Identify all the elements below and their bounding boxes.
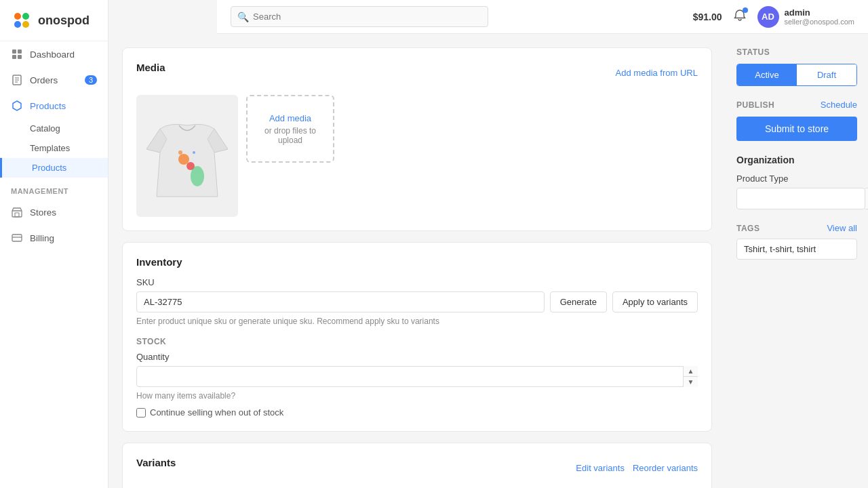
product-type-dropdown-button[interactable]: ⇅ xyxy=(865,188,868,209)
add-media-url-link[interactable]: Add media from URL xyxy=(616,68,698,78)
sidebar-sub-catalog[interactable]: Catalog xyxy=(0,119,108,138)
user-avatar-wrap[interactable]: AD admin seller@onospod.com xyxy=(757,6,855,28)
tags-title: TAGS xyxy=(736,224,760,233)
management-label: MANAGEMENT xyxy=(0,178,108,199)
status-title: STATUS xyxy=(736,47,857,57)
right-panel: STATUS Active Draft PUBLISH Schedule Sub… xyxy=(726,34,868,488)
sidebar-sub-products[interactable]: Products xyxy=(0,158,108,178)
sidebar-item-label: Billing xyxy=(30,233,54,243)
sidebar-sub-label: Templates xyxy=(30,143,70,153)
sku-label: SKU xyxy=(136,277,698,287)
media-card: Media Add media from URL xyxy=(122,47,712,231)
avatar: AD xyxy=(757,6,779,28)
sidebar-item-dashboard[interactable]: Dashboard xyxy=(0,41,108,67)
sidebar-sub-templates[interactable]: Templates xyxy=(0,138,108,158)
logo-area: onospod xyxy=(0,0,108,41)
products-icon xyxy=(11,100,23,112)
notification-icon[interactable] xyxy=(733,9,747,24)
svg-point-2 xyxy=(14,21,21,28)
search-wrap: 🔍 xyxy=(231,6,488,27)
billing-icon xyxy=(11,232,23,244)
submit-to-store-button[interactable]: Submit to store xyxy=(736,117,857,141)
top-right-area: $91.00 AD admin seller@onospod.com xyxy=(693,6,854,28)
tags-input[interactable] xyxy=(736,239,857,260)
quantity-increment[interactable]: ▲ xyxy=(684,366,698,377)
media-upload-text: Add media xyxy=(269,113,311,123)
organization-section: Organization Product Type ⇅ xyxy=(736,155,857,209)
svg-rect-5 xyxy=(18,49,22,54)
orders-icon xyxy=(11,74,23,86)
media-title: Media xyxy=(136,62,165,73)
publish-label: PUBLISH xyxy=(736,100,774,110)
tags-header: TAGS View all xyxy=(736,223,857,233)
apply-variants-button[interactable]: Apply to variants xyxy=(612,291,698,312)
media-thumbnail[interactable] xyxy=(136,95,238,217)
view-all-link[interactable]: View all xyxy=(827,223,857,233)
media-area: Add media or drop files toupload xyxy=(136,95,698,217)
search-input[interactable] xyxy=(231,6,488,27)
sku-hint: Enter product unique sku or generate uni… xyxy=(136,317,698,326)
variants-title: Variants xyxy=(136,457,176,468)
organization-title: Organization xyxy=(736,155,857,165)
product-type-label: Product Type xyxy=(736,174,857,184)
svg-rect-7 xyxy=(18,55,22,59)
svg-point-18 xyxy=(191,166,204,186)
logo-text: onospod xyxy=(38,14,90,28)
schedule-link[interactable]: Schedule xyxy=(821,100,857,110)
center-panel: Media Add media from URL xyxy=(108,34,726,488)
quantity-input[interactable] xyxy=(136,366,698,387)
publish-header: PUBLISH Schedule xyxy=(736,100,857,110)
edit-variants-link[interactable]: Edit variants xyxy=(576,463,625,473)
svg-point-3 xyxy=(22,21,29,28)
quantity-decrement[interactable]: ▼ xyxy=(684,377,698,387)
quantity-input-wrap: ▲ ▼ xyxy=(136,366,698,387)
svg-point-0 xyxy=(14,13,21,20)
media-upload-area[interactable]: Add media or drop files toupload xyxy=(246,95,334,163)
quantity-spinners: ▲ ▼ xyxy=(683,366,698,387)
stock-label: STOCK xyxy=(136,337,698,346)
status-section: STATUS Active Draft xyxy=(736,47,857,86)
dashboard-icon xyxy=(11,48,23,60)
sku-input[interactable] xyxy=(136,291,545,312)
content-wrapper: Media Add media from URL xyxy=(108,34,868,488)
svg-point-19 xyxy=(178,150,182,155)
sidebar-item-label: Stores xyxy=(30,207,56,218)
svg-rect-13 xyxy=(15,213,19,217)
sidebar-item-label: Dashboard xyxy=(30,49,75,60)
status-draft-button[interactable]: Draft xyxy=(797,64,856,85)
top-bar: 🔍 $91.00 AD admin seller@onospod.com xyxy=(217,0,868,34)
inventory-card: Inventory SKU Generate Apply to variants… xyxy=(122,242,712,432)
quantity-hint: How many items available? xyxy=(136,391,698,401)
variants-card: Variants Edit variants Reorder variants … xyxy=(122,443,712,488)
status-active-button[interactable]: Active xyxy=(737,64,797,85)
reorder-variants-link[interactable]: Reorder variants xyxy=(633,463,698,473)
sidebar-item-label: Orders xyxy=(30,75,58,85)
publish-section: PUBLISH Schedule Submit to store xyxy=(736,100,857,141)
svg-rect-4 xyxy=(12,49,16,54)
product-type-input[interactable] xyxy=(736,188,865,209)
continue-selling-row: Continue selling when out of stock xyxy=(136,407,698,418)
status-buttons: Active Draft xyxy=(736,64,857,86)
user-info: admin seller@onospod.com xyxy=(785,7,855,26)
sidebar-item-products[interactable]: Products xyxy=(0,93,108,119)
generate-button[interactable]: Generate xyxy=(550,291,607,312)
sidebar-item-label: Products xyxy=(30,101,66,111)
sidebar-sub-label: Catalog xyxy=(30,123,60,134)
svg-point-1 xyxy=(22,13,29,20)
variants-header: Variants Edit variants Reorder variants xyxy=(136,457,698,479)
svg-rect-14 xyxy=(12,235,22,241)
svg-point-16 xyxy=(178,154,189,165)
stores-icon xyxy=(11,206,23,218)
svg-point-20 xyxy=(193,151,195,154)
balance-display: $91.00 xyxy=(693,12,722,22)
quantity-label: Quantity xyxy=(136,352,698,362)
continue-selling-label: Continue selling when out of stock xyxy=(150,407,283,418)
svg-rect-6 xyxy=(12,55,16,59)
sidebar-item-billing[interactable]: Billing xyxy=(0,225,108,251)
svg-rect-12 xyxy=(12,211,22,217)
sidebar-item-orders[interactable]: Orders 3 xyxy=(0,67,108,93)
sidebar-item-stores[interactable]: Stores xyxy=(0,199,108,225)
logo-icon xyxy=(11,9,33,31)
notification-dot xyxy=(743,7,748,13)
continue-selling-checkbox[interactable] xyxy=(136,408,146,418)
